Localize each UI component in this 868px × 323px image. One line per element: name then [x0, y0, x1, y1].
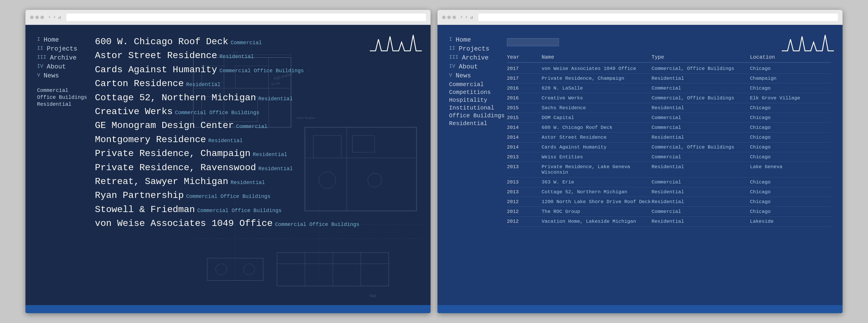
list-item[interactable]: Stowell & FriedmanCommercial Office Buil…: [95, 204, 419, 215]
table-row[interactable]: 2014 Astor Street Residence Residential …: [507, 133, 831, 142]
right-nav-item-home[interactable]: IHome: [449, 36, 507, 44]
refresh-icon-r[interactable]: ↺: [470, 14, 473, 20]
dot-yellow: [35, 15, 39, 19]
list-item[interactable]: Cottage 52, Northern MichiganResidential: [95, 93, 419, 103]
search-input[interactable]: [507, 38, 559, 46]
right-filter: CommercialCompetitionsHospitalityInstitu…: [449, 81, 507, 127]
dot-red: [30, 15, 34, 19]
filter-section: CommercialOffice BuildingsResidential: [37, 87, 95, 107]
list-item[interactable]: Montgomery ResidenceResidential: [95, 134, 419, 145]
right-filter-item-commercial[interactable]: Commercial: [449, 81, 507, 88]
table-row[interactable]: 2016 Creative Werks Commercial, Office B…: [507, 93, 831, 103]
table-row[interactable]: 2014 600 W. Chicago Roof Deck Commercial…: [507, 123, 831, 133]
table-row[interactable]: 2013 Weiss Entities Commercial Chicago: [507, 152, 831, 162]
bottom-bar-right: [437, 305, 842, 313]
project-list: 600 W. Chicago Roof DeckCommercialAstor …: [95, 36, 419, 301]
right-nav-item-projects[interactable]: IIProjects: [449, 45, 507, 52]
browser-nav-right[interactable]: ‹ › ↺: [460, 14, 473, 20]
th-year: Year: [507, 54, 541, 60]
right-filter-item-office-buildings[interactable]: Office Buildings: [449, 112, 507, 119]
list-item[interactable]: Private Residence, ChampaignResidential: [95, 148, 419, 159]
right-filter-section: CommercialCompetitionsHospitalityInstitu…: [449, 81, 507, 127]
table-row[interactable]: 2012 Vacation Home, Lakeside Michigan Re…: [507, 217, 831, 226]
right-filter-item-hospitality[interactable]: Hospitality: [449, 97, 507, 103]
address-bar-right[interactable]: [478, 13, 838, 21]
dot-green-r: [453, 15, 456, 19]
th-type: Type: [652, 54, 750, 60]
left-browser-window: ‹ › ↺ high market for bar: [26, 10, 431, 313]
forward-icon[interactable]: ›: [53, 14, 56, 20]
refresh-icon[interactable]: ↺: [58, 14, 61, 20]
left-content: high market for bar where fireplace V's: [26, 25, 431, 313]
filter-item-residential[interactable]: Residential: [37, 101, 95, 107]
project-list-items: 600 W. Chicago Roof DeckCommercialAstor …: [95, 36, 419, 229]
right-filter-item-institutional[interactable]: Institutional: [449, 105, 507, 111]
waveform-logo-left: [370, 34, 422, 57]
table-row[interactable]: 2012 The ROC Group Commercial Chicago: [507, 207, 831, 217]
list-item[interactable]: Cards Against HumanityCommercial Office …: [95, 64, 419, 75]
filter-item-commercial[interactable]: Commercial: [37, 87, 95, 93]
left-nav-item-archive[interactable]: IIIArchive: [37, 54, 95, 62]
right-browser-dots: [442, 15, 456, 19]
list-item[interactable]: Private Residence, RavenswoodResidential: [95, 163, 419, 173]
right-content: IHomeIIProjectsIIIArchiveIVAboutVNews Co…: [437, 25, 842, 313]
list-item[interactable]: Ryan PartnershipCommercial Office Buildi…: [95, 190, 419, 201]
table-row[interactable]: 2014 Cards Against Humanity Commercial, …: [507, 142, 831, 152]
right-browser-window: ‹ › ↺ IHomeIIProjectsIIIArchiveIVAboutVN…: [437, 10, 842, 313]
table-row[interactable]: 2013 363 W. Erie Commercial Chicago: [507, 177, 831, 187]
forward-icon-r[interactable]: ›: [465, 14, 468, 20]
right-main: Year Name Type Location 2017 von Weise A…: [507, 36, 831, 301]
left-nav-item-projects[interactable]: IIProjects: [37, 45, 95, 52]
left-nav-item-news[interactable]: VNews: [37, 72, 95, 79]
right-nav: IHomeIIProjectsIIIArchiveIVAboutVNews: [449, 36, 507, 79]
list-item[interactable]: von Weise Associates 1049 OfficeCommerci…: [95, 218, 419, 229]
waveform-logo-right: [782, 34, 834, 57]
right-filter-item-residential[interactable]: Residential: [449, 120, 507, 127]
list-item[interactable]: Creative WerksCommercial Office Building…: [95, 106, 419, 117]
list-item[interactable]: GE Monogram Design CenterCommercial: [95, 120, 419, 131]
table-row[interactable]: 2013 Private Residence, Lake Geneva Wisc…: [507, 162, 831, 177]
table-body: 2017 von Weise Associates 1049 Office Co…: [507, 64, 831, 226]
left-sidebar: IHomeIIProjectsIIIArchiveIVAboutVNews Co…: [37, 36, 95, 301]
left-filter: CommercialOffice BuildingsResidential: [37, 87, 95, 107]
browser-dots: [30, 15, 44, 19]
list-item[interactable]: Retreat, Sawyer MichiganResidential: [95, 176, 419, 187]
table-row[interactable]: 2012 1200 North Lake Shore Drive Roof De…: [507, 197, 831, 207]
left-browser-chrome: ‹ › ↺: [26, 10, 431, 25]
back-icon[interactable]: ‹: [48, 14, 51, 20]
table-row[interactable]: 2015 DOM Capital Commercial Chicago: [507, 113, 831, 123]
list-item[interactable]: Carton ResidenceResidential: [95, 78, 419, 89]
table-row[interactable]: 2013 Cottage 52, Northern Michigan Resid…: [507, 187, 831, 197]
table-row[interactable]: 2017 Private Residence, Champaign Reside…: [507, 74, 831, 83]
right-sidebar: IHomeIIProjectsIIIArchiveIVAboutVNews Co…: [449, 36, 507, 301]
right-nav-item-about[interactable]: IVAbout: [449, 63, 507, 71]
left-nav-item-home[interactable]: IHome: [37, 36, 95, 44]
browser-nav-left[interactable]: ‹ › ↺: [48, 14, 61, 20]
back-icon-r[interactable]: ‹: [460, 14, 463, 20]
dot-yellow-r: [447, 15, 451, 19]
dot-red-r: [442, 15, 445, 19]
right-nav-item-archive[interactable]: IIIArchive: [449, 54, 507, 62]
address-bar-left[interactable]: [66, 13, 426, 21]
right-filter-item-competitions[interactable]: Competitions: [449, 89, 507, 96]
filter-item-office-buildings[interactable]: Office Buildings: [37, 95, 95, 100]
th-name: Name: [541, 54, 652, 60]
dot-green: [40, 15, 44, 19]
table-row[interactable]: 2016 620 N. LaSalle Commercial Chicago: [507, 83, 831, 93]
table-row[interactable]: 2017 von Weise Associates 1049 Office Co…: [507, 64, 831, 74]
table-row[interactable]: 2015 Sachs Residence Residential Chicago: [507, 103, 831, 113]
right-browser-chrome: ‹ › ↺: [437, 10, 842, 25]
right-nav-item-news[interactable]: VNews: [449, 72, 507, 79]
left-nav: IHomeIIProjectsIIIArchiveIVAboutVNews: [37, 36, 95, 79]
left-nav-item-about[interactable]: IVAbout: [37, 63, 95, 71]
